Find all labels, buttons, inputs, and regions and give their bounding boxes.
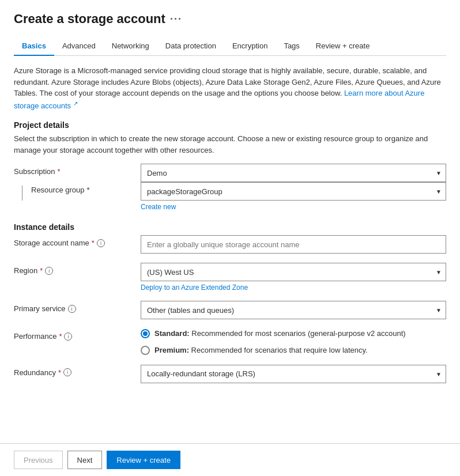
region-control: (US) West US ▼ Deploy to an Azure Extend… [141, 263, 446, 292]
storage-account-name-input[interactable] [141, 235, 446, 254]
subscription-label: Subscription * [14, 164, 141, 176]
tab-review-create[interactable]: Review + create [308, 37, 378, 56]
rg-indent-line [22, 186, 22, 201]
storage-account-name-label: Storage account name * i [14, 235, 141, 247]
region-required: * [40, 266, 43, 275]
redundancy-required: * [58, 368, 61, 377]
tab-tags[interactable]: Tags [276, 37, 307, 56]
resource-group-required: * [87, 186, 90, 194]
resource-group-control: packageStorageGroup ▼ Create new [141, 182, 446, 211]
tab-encryption[interactable]: Encryption [224, 37, 276, 56]
external-link-icon: ↗ [73, 100, 78, 107]
primary-service-label: Primary service i [14, 301, 141, 313]
project-details-header: Project details [14, 120, 446, 130]
page-title: Create a storage account [14, 12, 165, 27]
performance-required: * [59, 332, 62, 341]
region-select[interactable]: (US) West US [141, 263, 446, 281]
next-button[interactable]: Next [67, 451, 103, 469]
primary-service-control: Other (tables and queues) ▼ [141, 301, 446, 319]
subscription-control: Demo ▼ [141, 164, 446, 182]
resource-group-label: Resource group * [31, 182, 141, 194]
subscription-row: Subscription * Demo ▼ [14, 164, 446, 182]
performance-label: Performance * i [14, 328, 141, 341]
storage-account-name-control [141, 235, 446, 254]
tab-data-protection[interactable]: Data protection [157, 37, 224, 56]
page-title-dots: ··· [170, 13, 182, 25]
resource-group-row: Resource group * packageStorageGroup ▼ C… [14, 182, 446, 211]
storage-name-required: * [92, 239, 95, 247]
redundancy-select[interactable]: Locally-redundant storage (LRS) [141, 365, 446, 383]
primary-service-info-icon[interactable]: i [68, 305, 76, 313]
tab-advanced[interactable]: Advanced [54, 37, 104, 56]
deploy-extended-zone-link[interactable]: Deploy to an Azure Extended Zone [141, 284, 446, 292]
storage-account-name-row: Storage account name * i [14, 235, 446, 254]
performance-radio-group: Standard: Recommended for most scenarios… [141, 328, 446, 355]
resource-group-select[interactable]: packageStorageGroup [141, 182, 446, 201]
performance-premium-label: Premium: Recommended for scenarios that … [154, 345, 368, 356]
project-details-desc: Select the subscription in which to crea… [14, 133, 446, 156]
performance-row: Performance * i Standard: Recommended fo… [14, 328, 446, 355]
info-description: Azure Storage is a Microsoft-managed ser… [14, 65, 446, 111]
subscription-required: * [58, 167, 61, 176]
performance-premium-option[interactable]: Premium: Recommended for scenarios that … [141, 345, 446, 356]
previous-button[interactable]: Previous [14, 451, 63, 469]
tab-networking[interactable]: Networking [104, 37, 157, 56]
region-row: Region * i (US) West US ▼ Deploy to an A… [14, 263, 446, 292]
instance-details-header: Instance details [14, 222, 446, 232]
redundancy-label: Redundancy * i [14, 365, 141, 377]
tabs: Basics Advanced Networking Data protecti… [14, 37, 446, 56]
primary-service-row: Primary service i Other (tables and queu… [14, 301, 446, 319]
performance-options: Standard: Recommended for most scenarios… [141, 328, 446, 355]
redundancy-row: Redundancy * i Locally-redundant storage… [14, 365, 446, 383]
region-label: Region * i [14, 263, 141, 275]
create-new-link[interactable]: Create new [141, 203, 446, 211]
review-create-button[interactable]: Review + create [107, 451, 180, 469]
performance-standard-radio[interactable] [141, 329, 150, 338]
tab-basics[interactable]: Basics [14, 37, 54, 56]
primary-service-select[interactable]: Other (tables and queues) [141, 301, 446, 319]
footer: Previous Next Review + create [0, 443, 460, 476]
region-info-icon[interactable]: i [45, 267, 53, 275]
performance-info-icon[interactable]: i [64, 333, 72, 341]
redundancy-info-icon[interactable]: i [63, 368, 71, 376]
performance-premium-radio[interactable] [141, 346, 150, 355]
subscription-select[interactable]: Demo [141, 164, 446, 182]
performance-standard-label: Standard: Recommended for most scenarios… [154, 328, 406, 339]
performance-standard-option[interactable]: Standard: Recommended for most scenarios… [141, 328, 446, 339]
rg-indent [14, 182, 31, 201]
redundancy-control: Locally-redundant storage (LRS) ▼ [141, 365, 446, 383]
storage-name-info-icon[interactable]: i [97, 239, 105, 247]
